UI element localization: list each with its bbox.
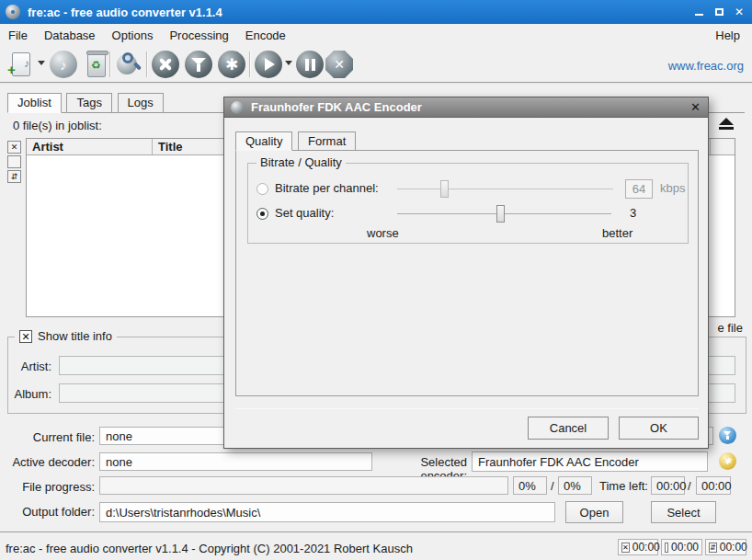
total-progress-percent: 0%: [558, 476, 592, 495]
time-value: 00:00: [671, 541, 699, 554]
encoder-config-dialog: Fraunhofer FDK AAC Encoder ✕ Quality For…: [223, 97, 709, 449]
toolbar: [0, 46, 752, 83]
select-all-icon: ✕: [621, 543, 630, 553]
configure-encoder-button[interactable]: ✱: [218, 51, 245, 78]
toolbar-separator: [146, 51, 148, 77]
remove-entries-icon: ♻: [87, 52, 106, 77]
time-total-selected: ✕ 00:00: [618, 539, 658, 555]
stop-encoding-button[interactable]: ✕: [325, 51, 353, 78]
menu-file[interactable]: File: [0, 24, 36, 46]
tab-joblist[interactable]: Joblist: [7, 93, 62, 113]
cddb-query-button[interactable]: [115, 51, 142, 78]
add-files-button[interactable]: +♪: [7, 51, 35, 78]
scale-better-label: better: [602, 226, 632, 240]
output-folder-label: Output folder:: [0, 505, 95, 519]
close-button[interactable]: ✕: [732, 5, 746, 19]
column-header-extra[interactable]: [711, 139, 735, 154]
bitrate-slider[interactable]: [397, 189, 613, 189]
quality-value-label: 3: [630, 206, 636, 220]
time-left-total: 00:00: [696, 476, 731, 495]
scale-worse-label: worse: [367, 226, 399, 240]
start-encoding-dropdown-icon[interactable]: [285, 61, 292, 65]
active-decoder-label: Active decoder:: [0, 455, 95, 469]
selected-encoder-combobox[interactable]: Fraunhofer FDK AAC Encoder: [472, 451, 708, 472]
show-title-info-checkbox[interactable]: ✕ Show title info: [15, 329, 117, 343]
add-files-icon: +♪: [12, 52, 30, 76]
toggle-selection-button[interactable]: ⇵: [7, 170, 21, 183]
add-files-dropdown-icon[interactable]: [38, 61, 45, 65]
add-audio-cd-button[interactable]: ♪: [50, 51, 77, 78]
toggle-selection-icon: ⇵: [709, 543, 717, 553]
menu-processing[interactable]: Processing: [161, 24, 236, 46]
time-total-all: ⇵ 00:00: [705, 539, 746, 555]
general-settings-button[interactable]: [152, 51, 179, 78]
slash-separator: /: [688, 479, 691, 493]
funnel-icon: [724, 431, 732, 440]
bitrate-label: Bitrate per channel:: [275, 181, 379, 195]
set-quality-label: Set quality:: [275, 206, 334, 220]
app-icon: [6, 5, 20, 19]
select-button[interactable]: Select: [651, 501, 716, 523]
encoder-config-button[interactable]: ✱: [719, 452, 736, 470]
bitrate-radio[interactable]: [256, 183, 268, 195]
select-all-button[interactable]: ✕: [7, 141, 21, 154]
output-folder-combobox[interactable]: d:\Users\tristanrhodes\Music\: [99, 502, 555, 522]
set-quality-radio[interactable]: [256, 208, 268, 220]
app-window: fre:ac - free audio converter v1.1.4 ✕ F…: [0, 0, 752, 560]
play-icon: [265, 58, 275, 71]
toolbar-separator: [109, 51, 111, 77]
dialog-tab-format[interactable]: Format: [298, 131, 356, 151]
star-icon: ✱: [724, 457, 731, 466]
stop-icon: ✕: [325, 51, 353, 78]
dialog-tab-quality[interactable]: Quality: [235, 131, 292, 151]
file-progress-label: File progress:: [0, 480, 95, 494]
open-button[interactable]: Open: [565, 501, 623, 523]
processing-button[interactable]: [185, 51, 212, 78]
tab-logs[interactable]: Logs: [118, 93, 164, 113]
window-title: fre:ac - free audio converter v1.1.4: [28, 6, 222, 19]
pause-encoding-button[interactable]: [296, 51, 324, 78]
time-left-track: 00:00: [651, 476, 685, 495]
add-audio-cd-icon: ♪: [60, 58, 67, 72]
bitrate-unit-label: kbps: [660, 181, 685, 195]
statusbar-text: fre:ac - free audio converter v1.1.4 - C…: [6, 542, 413, 555]
main-tabs: Joblist Tags Logs: [7, 93, 165, 113]
start-encoding-button[interactable]: [255, 51, 282, 78]
quality-slider[interactable]: [397, 213, 611, 214]
dialog-tab-pane: Bitrate / Quality Bitrate per channel: 6…: [235, 150, 699, 396]
dialog-title-bar: Fraunhofer FDK AAC Encoder: [224, 97, 708, 118]
ok-button[interactable]: OK: [619, 417, 699, 440]
freac-website-link[interactable]: www.freac.org: [668, 59, 744, 73]
bitrate-value-field[interactable]: 64: [625, 179, 653, 199]
processing-indicator-button[interactable]: [719, 427, 736, 444]
select-none-button[interactable]: [7, 155, 21, 168]
general-settings-icon: [157, 56, 174, 73]
quality-slider-handle[interactable]: [496, 205, 505, 223]
menu-help[interactable]: Help: [707, 24, 748, 46]
column-header-artist[interactable]: Artist: [27, 139, 153, 154]
show-title-info-label: Show title info: [38, 329, 112, 343]
pause-icon: [305, 59, 315, 71]
menu-bar: File Database Options Processing Encode: [0, 24, 752, 46]
menu-encode[interactable]: Encode: [237, 24, 294, 46]
cddb-query-icon: [115, 51, 142, 78]
dialog-close-button[interactable]: ✕: [690, 100, 701, 114]
bitrate-quality-group-label: Bitrate / Quality: [256, 155, 346, 169]
active-decoder-value: none: [99, 452, 372, 471]
menu-options[interactable]: Options: [104, 24, 162, 46]
minimize-button[interactable]: [691, 5, 706, 19]
track-progress-percent: 0%: [513, 476, 547, 495]
title-bar: fre:ac - free audio converter v1.1.4: [0, 0, 752, 24]
artist-label: Artist:: [0, 360, 51, 373]
remove-entries-button[interactable]: ♻: [83, 51, 110, 78]
cancel-button[interactable]: Cancel: [528, 417, 609, 440]
menu-database[interactable]: Database: [36, 24, 104, 46]
tab-tags[interactable]: Tags: [66, 93, 111, 113]
bitrate-slider-handle[interactable]: [440, 180, 449, 198]
time-left-label: Time left:: [599, 479, 648, 493]
checkbox-checked-icon: ✕: [19, 330, 32, 343]
slash-separator: /: [551, 479, 554, 493]
maximize-button[interactable]: [712, 5, 726, 19]
time-total-unselected: 00:00: [661, 539, 702, 555]
dialog-tabs: Quality Format: [235, 131, 358, 150]
